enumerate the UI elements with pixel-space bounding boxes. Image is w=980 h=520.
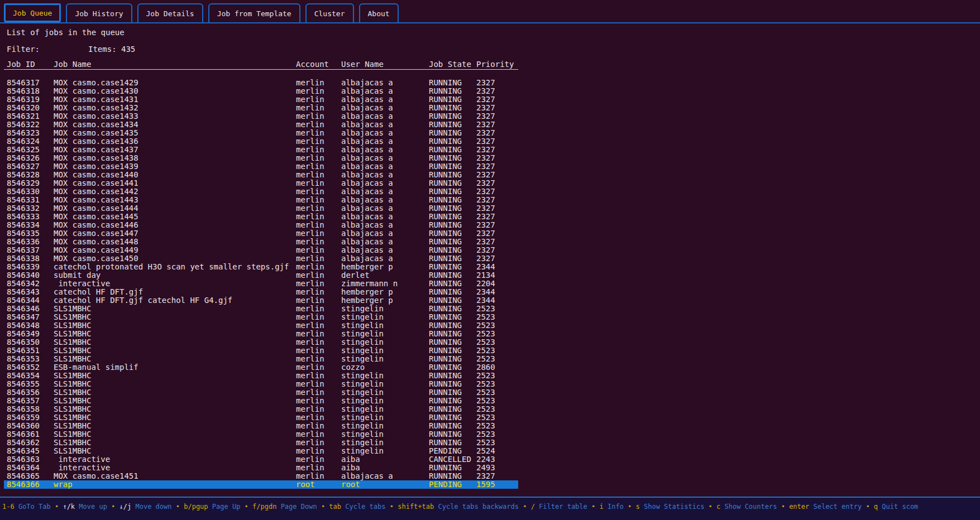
table-row[interactable]: 8546322MOX_casmo.case1434merlinalbajacas…	[4, 121, 518, 129]
table-row[interactable]: 8546343catechol_HF_DFT.gjfmerlinhemberge…	[4, 288, 518, 296]
cell-priority: 2523	[476, 380, 518, 388]
table-row[interactable]: 8546359SLS1MBHCmerlinstingelinRUNNING252…	[4, 413, 518, 422]
tab-job-queue[interactable]: Job Queue	[4, 3, 61, 22]
table-row[interactable]: 8546352ESB-manual_simplifmerlincozzoRUNN…	[4, 363, 518, 372]
shortcut-key: s	[636, 503, 640, 511]
table-row[interactable]: 8546331MOX_casmo.case1443merlinalbajacas…	[4, 196, 518, 204]
table-row[interactable]: 8546345SLS1MBHCmerlinstingelinPENDING252…	[4, 447, 518, 455]
cell-account: merlin	[296, 305, 341, 313]
table-row[interactable]: 8546344catechol_HF_DFT.gjf catechol_HF_G…	[4, 296, 518, 305]
table-row[interactable]: 8546365MOX_casmo.case1451merlinalbajacas…	[4, 472, 518, 480]
tab-cluster[interactable]: Cluster	[305, 3, 354, 22]
table-row[interactable]: 8546329MOX_casmo.case1441merlinalbajacas…	[4, 179, 518, 187]
table-row[interactable]: 8546350SLS1MBHCmerlinstingelinRUNNING252…	[4, 338, 518, 346]
cell-job-id: 8546335	[7, 229, 54, 238]
cell-job-name: MOX_casmo.case1430	[54, 87, 296, 95]
table-row[interactable]: 8546328MOX_casmo.case1440merlinalbajacas…	[4, 171, 518, 179]
table-row[interactable]: 8546337MOX_casmo.case1449merlinalbajacas…	[4, 246, 518, 254]
table-row[interactable]: 8546333MOX_casmo.case1445merlinalbajacas…	[4, 213, 518, 221]
table-row[interactable]: 8546346SLS1MBHCmerlinstingelinRUNNING252…	[4, 305, 518, 313]
cell-job-state: RUNNING	[429, 187, 476, 196]
table-row[interactable]: 8546320MOX_casmo.case1432merlinalbajacas…	[4, 104, 518, 112]
table-row[interactable]: 8546326MOX_casmo.case1438merlinalbajacas…	[4, 154, 518, 162]
table-row[interactable]: 8546358SLS1MBHCmerlinstingelinRUNNING252…	[4, 405, 518, 413]
table-row[interactable]: 8546325MOX_casmo.case1437merlinalbajacas…	[4, 146, 518, 154]
cell-user-name: hemberger_p	[341, 296, 429, 305]
table-row[interactable]: 8546353SLS1MBHCmerlinstingelinRUNNING252…	[4, 355, 518, 363]
table-row[interactable]: 8546318MOX_casmo.case1430merlinalbajacas…	[4, 87, 518, 95]
tab-job-details[interactable]: Job Details	[137, 3, 203, 22]
table-row[interactable]: 8546339catechol_protonated_H3O_scan_yet_…	[4, 263, 518, 271]
cell-account: merlin	[296, 204, 341, 213]
table-row[interactable]: 8546351SLS1MBHCmerlinstingelinRUNNING252…	[4, 346, 518, 355]
table-row[interactable]: 8546336MOX_casmo.case1448merlinalbajacas…	[4, 238, 518, 246]
cell-job-state: RUNNING	[429, 204, 476, 213]
table-row[interactable]: 8546323MOX_casmo.case1435merlinalbajacas…	[4, 129, 518, 137]
table-row[interactable]: 8546362SLS1MBHCmerlinstingelinRUNNING252…	[4, 439, 518, 447]
cell-job-name: MOX_casmo.case1451	[54, 472, 296, 480]
cell-job-name: SLS1MBHC	[54, 355, 296, 363]
filter-input[interactable]	[40, 45, 88, 54]
table-row[interactable]: 8546330MOX_casmo.case1442merlinalbajacas…	[4, 187, 518, 196]
cell-account: merlin	[296, 330, 341, 338]
job-queue-panel: List of jobs in the queue Filter: Items:…	[0, 23, 980, 489]
cell-job-id: 8546323	[7, 129, 54, 137]
table-row[interactable]: 8546363_interactivemerlinaibaCANCELLED22…	[4, 455, 518, 464]
table-row[interactable]: 8546332MOX_casmo.case1444merlinalbajacas…	[4, 204, 518, 213]
cell-priority: 2327	[476, 129, 518, 137]
table-row[interactable]: 8546317MOX_casmo.case1429merlinalbajacas…	[4, 79, 518, 87]
cell-job-name: SLS1MBHC	[54, 380, 296, 388]
tab-job-from-template[interactable]: Job from Template	[208, 3, 300, 22]
cell-job-name: MOX_casmo.case1446	[54, 221, 296, 229]
cell-job-state: RUNNING	[429, 413, 476, 422]
cell-job-name: catechol_protonated_H3O_scan_yet_smaller…	[54, 263, 296, 271]
cell-job-id: 8546338	[7, 254, 54, 263]
table-row[interactable]: 8546321MOX_casmo.case1433merlinalbajacas…	[4, 112, 518, 121]
tab-job-history[interactable]: Job History	[66, 3, 132, 22]
table-row[interactable]: 8546355SLS1MBHCmerlinstingelinRUNNING252…	[4, 380, 518, 388]
table-row[interactable]: 8546347SLS1MBHCmerlinstingelinRUNNING252…	[4, 313, 518, 321]
table-row[interactable]: 8546340submit_daymerlinderletRUNNING2134	[4, 271, 518, 280]
cell-priority: 2523	[476, 397, 518, 405]
table-row[interactable]: 8546357SLS1MBHCmerlinstingelinRUNNING252…	[4, 397, 518, 405]
tab-about[interactable]: About	[359, 3, 399, 22]
cell-job-id: 8546365	[7, 472, 54, 480]
table-row[interactable]: 8546342_interactivemerlinzimmermann_nRUN…	[4, 280, 518, 288]
cell-priority: 2344	[476, 263, 518, 271]
table-row[interactable]: 8546356SLS1MBHCmerlinstingelinRUNNING252…	[4, 388, 518, 397]
table-row[interactable]: 8546360SLS1MBHCmerlinstingelinRUNNING252…	[4, 422, 518, 430]
shortcut-key: ↓/j	[119, 503, 132, 511]
shortcut-description: GoTo Tab	[15, 503, 51, 511]
cell-priority: 2327	[476, 196, 518, 204]
table-row-selected[interactable]: 8546366wraprootrootPENDING1595	[4, 480, 518, 489]
table-row[interactable]: 8546354SLS1MBHCmerlinstingelinRUNNING252…	[4, 372, 518, 380]
table-row[interactable]: 8546364_interactivemerlinaibaRUNNING2493	[4, 464, 518, 472]
cell-job-id: 8546332	[7, 204, 54, 213]
table-row[interactable]: 8546361SLS1MBHCmerlinstingelinRUNNING252…	[4, 430, 518, 439]
table-row[interactable]: 8546327MOX_casmo.case1439merlinalbajacas…	[4, 162, 518, 171]
cell-job-name: _interactive	[54, 455, 296, 464]
footer-separator: •	[777, 503, 789, 511]
table-row[interactable]: 8546348SLS1MBHCmerlinstingelinRUNNING252…	[4, 321, 518, 330]
cell-priority: 2327	[476, 238, 518, 246]
cell-account: merlin	[296, 112, 341, 121]
table-body[interactable]: 8546317MOX_casmo.case1429merlinalbajacas…	[4, 79, 518, 489]
cell-job-id: 8546339	[7, 263, 54, 271]
table-row[interactable]: 8546334MOX_casmo.case1446merlinalbajacas…	[4, 221, 518, 229]
table-row[interactable]: 8546335MOX_casmo.case1447merlinalbajacas…	[4, 229, 518, 238]
cell-priority: 2327	[476, 254, 518, 263]
cell-priority: 2523	[476, 372, 518, 380]
table-row[interactable]: 8546324MOX_casmo.case1436merlinalbajacas…	[4, 137, 518, 146]
cell-job-state: RUNNING	[429, 104, 476, 112]
table-row[interactable]: 8546349SLS1MBHCmerlinstingelinRUNNING252…	[4, 330, 518, 338]
help-footer: 1-6 GoTo Tab • ↑/k Move up • ↓/j Move do…	[0, 497, 980, 520]
shortcut-description: Quit scom	[878, 503, 918, 511]
cell-job-name: SLS1MBHC	[54, 422, 296, 430]
footer-separator: •	[317, 503, 329, 511]
table-row[interactable]: 8546338MOX_casmo.case1450merlinalbajacas…	[4, 254, 518, 263]
table-row[interactable]: 8546319MOX_casmo.case1431merlinalbajacas…	[4, 95, 518, 104]
cell-job-name: SLS1MBHC	[54, 439, 296, 447]
cell-job-state: RUNNING	[429, 263, 476, 271]
cell-job-id: 8546348	[7, 321, 54, 330]
cell-account: merlin	[296, 405, 341, 413]
